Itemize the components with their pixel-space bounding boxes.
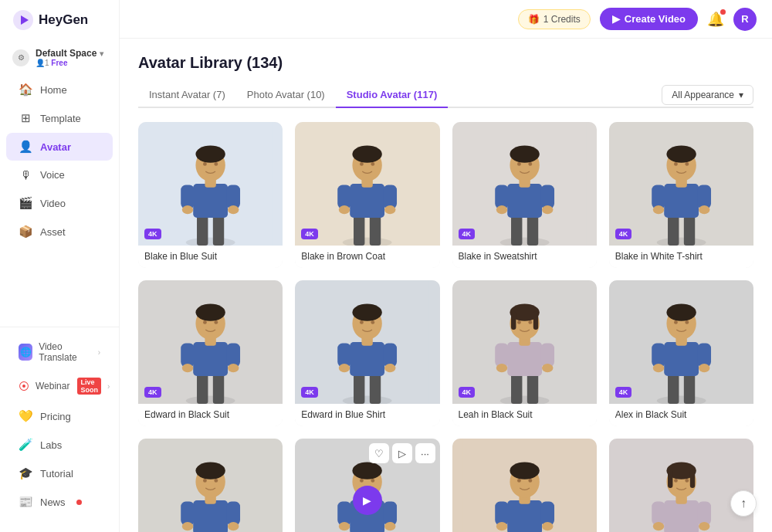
svg-rect-21 — [337, 185, 351, 208]
svg-point-12 — [203, 162, 207, 166]
avatar-label-3: Blake in Sweatshirt — [452, 246, 597, 268]
svg-rect-105 — [684, 371, 695, 404]
svg-point-98 — [517, 320, 521, 324]
tab-photo[interactable]: Photo Avatar (10) — [236, 83, 336, 108]
avatar-card-1[interactable]: 4KBlake in Blue Suit — [138, 122, 283, 268]
avatar-card-10[interactable]: 4K ♡ ▷ ··· ▶Alex in Jacket — [295, 439, 439, 532]
avatar-label-7: Leah in Black Suit — [452, 404, 597, 426]
svg-rect-90 — [507, 342, 542, 376]
svg-point-57 — [699, 205, 709, 214]
avatar-image-10: 4K ♡ ▷ ··· ▶ — [295, 439, 439, 532]
sidebar-bottom-nav: 🌐 Video Translate › ⦿ Webinar Live Soon … — [0, 327, 119, 523]
svg-rect-8 — [226, 185, 240, 208]
svg-point-111 — [666, 303, 696, 320]
sidebar-item-labs[interactable]: 🧪 Labs — [6, 431, 113, 459]
webinar-label: Webinar — [36, 381, 69, 391]
svg-rect-46 — [668, 213, 679, 246]
sidebar-item-home[interactable]: 🏠 Home — [6, 76, 113, 103]
favorite-button[interactable]: ♡ — [369, 443, 389, 463]
svg-point-127 — [214, 479, 218, 483]
svg-rect-34 — [507, 184, 542, 218]
sidebar-item-webinar[interactable]: ⦿ Webinar Live Soon › — [6, 371, 113, 402]
sidebar-label-news: News — [40, 496, 66, 508]
svg-point-155 — [528, 479, 532, 483]
svg-rect-89 — [527, 371, 537, 404]
sidebar-label-labs: Labs — [40, 439, 62, 451]
svg-point-55 — [685, 162, 689, 166]
svg-rect-22 — [384, 185, 398, 208]
sidebar-item-tutorial[interactable]: 🎓 Tutorial — [6, 459, 113, 487]
sidebar-item-video[interactable]: 🎬 Video — [6, 189, 113, 217]
play-icon: ▶ — [612, 13, 620, 25]
pricing-icon: 💛 — [19, 409, 32, 423]
svg-rect-36 — [540, 185, 554, 208]
sidebar-item-pricing[interactable]: 💛 Pricing — [6, 402, 113, 430]
preview-button[interactable]: ▷ — [392, 443, 412, 463]
svg-point-142 — [339, 522, 350, 530]
heygen-logo-icon — [12, 9, 34, 31]
appearance-filter[interactable]: All Appearance ▾ — [662, 85, 753, 105]
svg-rect-149 — [495, 502, 509, 525]
credits-button[interactable]: 🎁 1 Credits — [518, 9, 591, 29]
notification-button[interactable]: 🔔 — [707, 11, 724, 28]
svg-rect-120 — [193, 500, 228, 532]
4k-badge-7: 4K — [459, 387, 476, 398]
avatar-card-5[interactable]: 4KEdward in Black Suit — [138, 280, 283, 426]
avatar-image-3: 4K — [452, 122, 597, 246]
svg-point-26 — [360, 162, 364, 166]
avatar-image-5: 4K — [138, 280, 283, 404]
sidebar-item-template[interactable]: ⊞ Template — [6, 104, 113, 132]
sidebar-item-video-translate[interactable]: 🌐 Video Translate › — [6, 334, 113, 370]
svg-rect-135 — [337, 502, 351, 525]
svg-rect-121 — [181, 502, 195, 525]
sidebar-item-voice[interactable]: 🎙 Voice — [6, 161, 113, 188]
svg-rect-19 — [370, 213, 381, 246]
home-icon: 🏠 — [19, 83, 32, 97]
avatar-card-11[interactable]: 4KAlex in Yellow Sweater — [452, 439, 597, 532]
avatar-card-8[interactable]: 4KAlex in Black Suit — [609, 280, 753, 426]
more-options-button[interactable]: ··· — [415, 443, 435, 463]
avatar-label-4: Blake in White T-shirt — [609, 246, 753, 268]
svg-point-43 — [542, 205, 553, 214]
svg-rect-49 — [652, 185, 665, 208]
news-notification-dot — [76, 500, 82, 505]
svg-point-85 — [384, 364, 395, 372]
svg-rect-96 — [511, 311, 516, 330]
sidebar-item-news[interactable]: 📰 News — [6, 488, 113, 516]
svg-point-114 — [653, 364, 664, 372]
avatar-card-12[interactable]: 4KVera in Suit — [609, 439, 753, 532]
play-center-button[interactable]: ▶ — [353, 486, 382, 515]
avatar-card-3[interactable]: 4KBlake in Sweatshirt — [452, 122, 597, 268]
svg-rect-163 — [652, 502, 665, 525]
create-video-button[interactable]: ▶ Create Video — [600, 8, 698, 30]
voice-icon: 🎙 — [19, 168, 32, 181]
svg-point-84 — [339, 364, 350, 372]
svg-rect-92 — [540, 344, 554, 367]
video-translate-label: Video Translate — [39, 341, 92, 363]
avatar-card-6[interactable]: 4KEdward in Blue Shirt — [295, 280, 439, 426]
svg-point-41 — [528, 162, 532, 166]
sidebar-item-asset[interactable]: 📦 Asset — [6, 218, 113, 246]
avatar-card-4[interactable]: 4KBlake in White T-shirt — [609, 122, 753, 268]
svg-rect-104 — [668, 371, 679, 404]
sidebar-label-video: Video — [40, 198, 66, 209]
user-avatar[interactable]: R — [733, 8, 757, 31]
svg-point-153 — [510, 462, 539, 479]
avatar-card-2[interactable]: 4KBlake in Brown Coat — [295, 122, 439, 268]
avatar-icon: 👤 — [19, 140, 32, 154]
avatar-card-9[interactable]: 4KAlex in White Coat — [138, 439, 283, 532]
workspace-selector[interactable]: ⚙ Default Space ▾ 👤1 Free — [0, 43, 119, 75]
avatar-card-7[interactable]: 4KLeah in Black Suit — [452, 280, 597, 426]
svg-rect-107 — [652, 344, 665, 367]
svg-rect-77 — [337, 344, 351, 367]
sidebar-item-avatar[interactable]: 👤 Avatar — [6, 133, 113, 161]
webinar-arrow-icon: › — [107, 382, 110, 391]
svg-point-68 — [203, 320, 207, 324]
svg-rect-62 — [193, 342, 228, 376]
scroll-to-top-button[interactable]: ↑ — [730, 490, 757, 517]
tab-instant[interactable]: Instant Avatar (7) — [138, 83, 236, 108]
svg-rect-32 — [511, 213, 522, 246]
tab-studio[interactable]: Studio Avatar (117) — [336, 83, 449, 108]
video-icon: 🎬 — [19, 196, 32, 210]
svg-rect-60 — [197, 371, 208, 404]
